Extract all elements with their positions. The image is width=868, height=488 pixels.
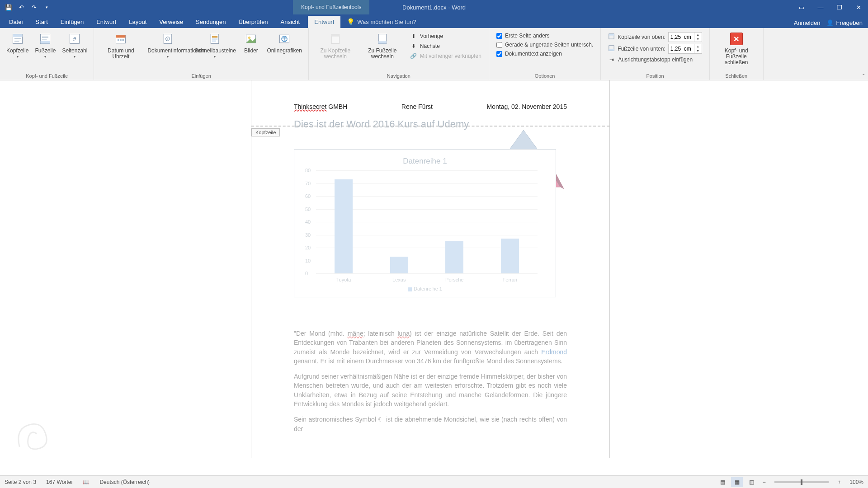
vorherige-button[interactable]: ⬆Vorherige bbox=[408, 32, 483, 41]
close-header-footer-button[interactable]: ✕ Kopf- und Fußzeile schließen bbox=[713, 30, 760, 67]
redo-icon[interactable]: ↷ bbox=[28, 1, 40, 13]
group-label: Kopf- und Fußzeile bbox=[26, 72, 68, 79]
seitenzahl-button[interactable]: # Seitenzahl ▾ bbox=[59, 30, 90, 61]
ribbon-display-icon[interactable]: ▭ bbox=[792, 0, 811, 14]
dokumenttext-checkbox[interactable]: Dokumenttext anzeigen bbox=[495, 50, 595, 58]
spin-up-icon[interactable]: ▲ bbox=[694, 33, 702, 37]
erste-seite-checkbox[interactable]: Erste Seite anders bbox=[495, 32, 595, 40]
pagenumber-icon: # bbox=[67, 32, 82, 46]
tab-verweise[interactable]: Verweise bbox=[153, 16, 189, 28]
view-web-icon[interactable]: ▥ bbox=[745, 477, 757, 487]
save-icon[interactable]: 💾 bbox=[3, 1, 14, 13]
status-words[interactable]: 167 Wörter bbox=[46, 479, 73, 485]
onlinepictures-icon bbox=[277, 32, 292, 46]
status-bar: Seite 2 von 3 167 Wörter 📖 Deutsch (Öste… bbox=[0, 475, 868, 488]
restore-icon[interactable]: ❐ bbox=[830, 0, 849, 14]
minimize-icon[interactable]: — bbox=[811, 0, 830, 14]
footer-bottom-input[interactable] bbox=[669, 46, 694, 52]
verknuepfen-button: 🔗Mit vorheriger verknüpfen bbox=[408, 52, 483, 61]
contextual-tab-label: Kopf- und Fußzeilentools bbox=[293, 0, 369, 14]
zoom-slider[interactable] bbox=[774, 481, 829, 483]
svg-text:#: # bbox=[73, 36, 76, 42]
bilder-label: Bilder bbox=[244, 48, 258, 54]
doktext-input[interactable] bbox=[496, 51, 502, 57]
svg-rect-15 bbox=[120, 39, 122, 41]
header-content[interactable]: Thinksecret GMBH Rene Fürst Montag, 02. … bbox=[294, 103, 567, 110]
header-top-input[interactable] bbox=[669, 34, 694, 40]
p1-a: "Der Mond (mhd. bbox=[294, 330, 348, 337]
doktext-label: Dokumenttext anzeigen bbox=[505, 51, 562, 57]
header-left-suffix: GMBH bbox=[326, 103, 347, 110]
naechste-button[interactable]: ⬇Nächste bbox=[408, 42, 483, 51]
header-left-company: Thinksecret bbox=[294, 103, 326, 110]
tab-datei[interactable]: Datei bbox=[3, 16, 29, 28]
group-position: Kopfzeile von oben: ▲▼ Fußzeile von unte… bbox=[601, 28, 709, 80]
docinfo-button[interactable]: i Dokumentinformationen ▾ bbox=[145, 30, 191, 61]
datum-button[interactable]: Datum und Uhrzeit bbox=[98, 30, 144, 61]
gerade-ungerade-checkbox[interactable]: Gerade & ungerade Seiten untersch. bbox=[495, 41, 595, 49]
dropdown-icon: ▾ bbox=[214, 55, 216, 59]
svg-rect-30 bbox=[331, 34, 340, 37]
ribbon-tabstrip: Datei Start Einfügen Entwurf Layout Verw… bbox=[0, 14, 868, 28]
share-button[interactable]: 👤 Freigeben bbox=[826, 19, 863, 26]
tab-ueberpruefen[interactable]: Überprüfen bbox=[232, 16, 274, 28]
fusszeile-button[interactable]: Fußzeile ▾ bbox=[32, 30, 58, 61]
tab-entwurf[interactable]: Entwurf bbox=[90, 16, 123, 28]
header-top-spinner[interactable]: ▲▼ bbox=[668, 32, 702, 42]
ribbon: Kopfzeile ▾ Fußzeile ▾ # Seitenzahl ▾ Ko… bbox=[0, 28, 868, 80]
gerade-input[interactable] bbox=[496, 42, 502, 48]
zu-fusszeile-button[interactable]: Zu Fußzeile wechseln bbox=[359, 30, 406, 61]
tab-sendungen[interactable]: Sendungen bbox=[189, 16, 232, 28]
erste-seite-label: Erste Seite anders bbox=[505, 33, 550, 39]
tabstopp-button[interactable]: ⇥Ausrichtungstabstopp einfügen bbox=[606, 55, 703, 64]
zoom-level[interactable]: 100% bbox=[849, 479, 863, 485]
tab-start[interactable]: Start bbox=[29, 16, 54, 28]
qat-customize-icon[interactable]: ▾ bbox=[41, 1, 52, 13]
undo-icon[interactable]: ↶ bbox=[15, 1, 27, 13]
spin-down-icon[interactable]: ▼ bbox=[694, 37, 702, 42]
onlinegrafiken-button[interactable]: Onlinegrafiken bbox=[264, 30, 304, 56]
header-tag: Kopfzeile bbox=[251, 128, 280, 136]
tab-contextual-entwurf[interactable]: Entwurf bbox=[308, 16, 340, 28]
tell-me-placeholder: Was möchten Sie tun? bbox=[357, 19, 416, 25]
previous-icon: ⬆ bbox=[410, 33, 417, 40]
view-print-icon[interactable]: ▦ bbox=[731, 477, 743, 487]
tab-ansicht[interactable]: Ansicht bbox=[274, 16, 307, 28]
title-bar: 💾 ↶ ↷ ▾ Kopf- und Fußzeilentools Dokumen… bbox=[0, 0, 868, 14]
status-language[interactable]: Deutsch (Österreich) bbox=[99, 479, 150, 485]
body-text: "Der Mond (mhd. mâne; lateinisch luna) i… bbox=[294, 329, 567, 433]
fusszeile-label: Fußzeile bbox=[35, 48, 56, 54]
footer-bottom-label: Fußzeile von unten: bbox=[618, 46, 665, 52]
spin-down-icon[interactable]: ▼ bbox=[694, 49, 702, 53]
sign-in-link[interactable]: Anmelden bbox=[794, 19, 821, 26]
group-close: ✕ Kopf- und Fußzeile schließen Schließen bbox=[710, 28, 764, 80]
chart-legend: Datenreihe 1 bbox=[303, 286, 547, 291]
spin-up-icon[interactable]: ▲ bbox=[694, 44, 702, 49]
document-title: Dokument1.docx - Word bbox=[402, 4, 466, 11]
docinfo-icon: i bbox=[160, 32, 175, 46]
erste-seite-input[interactable] bbox=[496, 33, 502, 39]
watermark-swirl bbox=[11, 412, 54, 455]
schnellbausteine-button[interactable]: Schnellbausteine ▾ bbox=[192, 30, 238, 61]
tab-layout[interactable]: Layout bbox=[123, 16, 153, 28]
bilder-button[interactable]: Bilder bbox=[239, 30, 263, 56]
collapse-ribbon-icon[interactable]: ⌃ bbox=[862, 73, 865, 78]
document-page[interactable]: Thinksecret GMBH Rene Fürst Montag, 02. … bbox=[251, 80, 609, 458]
group-insert: Datum und Uhrzeit i Dokumentinformatione… bbox=[94, 28, 308, 80]
document-workspace[interactable]: Kopfzeile Thinksecret GMBH Rene Fürst Mo… bbox=[0, 80, 868, 475]
zoom-in-icon[interactable]: + bbox=[835, 479, 843, 485]
group-options: Erste Seite anders Gerade & ungerade Sei… bbox=[489, 28, 601, 80]
footer-bottom-spinner[interactable]: ▲▼ bbox=[668, 44, 702, 54]
tabstop-icon: ⇥ bbox=[608, 56, 615, 63]
view-read-icon[interactable]: ▤ bbox=[717, 477, 728, 487]
kopfzeile-button[interactable]: Kopfzeile ▾ bbox=[4, 30, 31, 61]
status-page[interactable]: Seite 2 von 3 bbox=[5, 479, 36, 485]
zoom-out-icon[interactable]: − bbox=[760, 479, 768, 485]
status-proofing-icon[interactable]: 📖 bbox=[83, 479, 90, 485]
close-window-icon[interactable]: ✕ bbox=[849, 0, 868, 14]
tab-einfuegen[interactable]: Einfügen bbox=[54, 16, 90, 28]
tell-me-search[interactable]: 💡 Was möchten Sie tun? bbox=[347, 18, 416, 28]
zoom-thumb[interactable] bbox=[801, 479, 802, 485]
kopfzeile-label: Kopfzeile bbox=[6, 48, 28, 54]
paragraph-3: Sein astronomisches Symbol ☾ ist die abn… bbox=[294, 415, 567, 433]
